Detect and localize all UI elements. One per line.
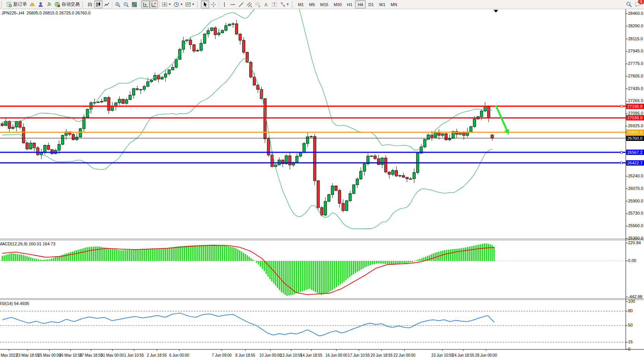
signals-button[interactable] (45, 0, 53, 8)
zoom-out-icon (123, 2, 129, 8)
svg-text:T: T (273, 3, 275, 7)
tf-button-m30[interactable]: M30 (331, 0, 344, 8)
new-order-button[interactable]: 新订单 (5, 0, 28, 8)
tf-button-h4[interactable]: H4 (355, 0, 366, 8)
chart-canvas[interactable] (0, 0, 644, 357)
crosshair-icon (210, 2, 216, 8)
zoom-in-icon (115, 2, 121, 8)
tf-button-m5[interactable]: M5 (306, 0, 317, 8)
candle-chart-type-button[interactable] (94, 0, 103, 8)
chart-shift-icon (151, 2, 157, 8)
bars-chart-icon (87, 2, 93, 8)
gold-icon (29, 2, 35, 8)
market-watch-button[interactable] (28, 0, 36, 8)
search-icon (626, 1, 632, 8)
toolbar-right: 1 (625, 0, 644, 8)
tf-button-d1[interactable]: D1 (366, 0, 376, 8)
arrows-icon (280, 2, 286, 8)
equidistant-channel-icon: E (246, 2, 253, 8)
svg-text:F: F (259, 5, 260, 8)
toolbar-separator (140, 1, 140, 8)
bollinger-bands (2, 0, 492, 229)
trendline-icon (238, 2, 244, 8)
crosshair-button[interactable] (209, 0, 218, 8)
fibonacci-button[interactable]: F (254, 0, 262, 8)
horizontal-line-icon (230, 2, 236, 8)
arrows-button[interactable]: ▼ (279, 0, 290, 8)
zoom-in-button[interactable] (114, 0, 122, 8)
indicators-button[interactable]: ▼ (161, 0, 172, 8)
person-icon (38, 2, 44, 8)
notifications-button[interactable]: 1 (633, 0, 642, 8)
trendline-button[interactable] (237, 0, 245, 8)
accounts-button[interactable] (36, 0, 45, 8)
toolbar-grip[interactable] (82, 2, 84, 8)
chart-frame (0, 9, 644, 351)
text-label-button[interactable]: T (270, 0, 279, 8)
tf-button-mn[interactable]: MN (388, 0, 400, 8)
bar-chart-type-button[interactable] (86, 0, 94, 8)
tile-windows-button[interactable] (130, 0, 139, 8)
toolbar-grip[interactable] (292, 2, 294, 8)
toolbar-grip[interactable] (197, 2, 199, 8)
line-chart-type-button[interactable] (103, 0, 111, 8)
auto-trading-button[interactable]: 自动交易 (53, 0, 81, 8)
zoom-out-button[interactable] (122, 0, 130, 8)
notification-badge: 1 (638, 0, 644, 4)
toolbar-separator (219, 1, 219, 8)
tf-button-m1[interactable]: M1 (295, 0, 306, 8)
macd-pane (0, 243, 626, 296)
new-order-label: 新订单 (13, 1, 27, 8)
toolbar-grip[interactable] (1, 2, 3, 8)
tile-windows-icon (131, 2, 137, 8)
chart-shift-button[interactable] (150, 0, 158, 8)
timeframe-bar: M1M5M15M30H1H4D1W1MN (295, 0, 400, 8)
horizontal-line-button[interactable] (229, 0, 237, 8)
cursor-icon (202, 2, 208, 8)
annotations (494, 10, 509, 135)
text-button[interactable]: A (262, 0, 270, 8)
candles-chart-icon (95, 2, 101, 8)
toolbar: 新订单 自动交易 (0, 0, 644, 9)
toolbar-separator (112, 1, 112, 8)
text-icon: A (263, 2, 269, 8)
search-button[interactable] (625, 0, 633, 8)
periods-button[interactable]: ▼ (172, 0, 184, 8)
cursor-button[interactable] (201, 0, 209, 8)
svg-text:E: E (251, 5, 252, 8)
svg-text:A: A (264, 2, 267, 7)
template-icon (185, 2, 191, 8)
chevron-down-icon: ▼ (180, 3, 183, 6)
vertical-line-icon (221, 2, 227, 8)
templates-button[interactable]: ▼ (184, 0, 196, 8)
line-chart-icon (104, 2, 110, 8)
level-lines (0, 105, 626, 164)
tf-button-w1[interactable]: W1 (376, 0, 388, 8)
new-order-icon (6, 2, 12, 8)
rsi-pane (0, 311, 626, 342)
chevron-down-icon: ▼ (286, 3, 289, 6)
mt4-window: 新订单 自动交易 (0, 0, 644, 357)
tf-button-h1[interactable]: H1 (344, 0, 355, 8)
auto-scroll-button[interactable] (141, 0, 150, 8)
tf-button-m15[interactable]: M15 (317, 0, 331, 8)
text-label-icon: T (271, 2, 278, 8)
auto-trading-icon (54, 2, 60, 8)
indicators-icon (162, 2, 168, 8)
signal-icon (46, 2, 52, 8)
toolbar-separator (159, 1, 159, 8)
auto-trading-label: 自动交易 (62, 1, 80, 8)
clock-icon (174, 2, 180, 8)
chevron-down-icon: ▼ (168, 3, 171, 6)
auto-scroll-icon (142, 2, 148, 8)
fibonacci-icon: F (255, 2, 261, 8)
vertical-line-button[interactable] (220, 0, 229, 8)
chevron-down-icon: ▼ (192, 3, 195, 6)
equidistant-channel-button[interactable]: E (245, 0, 254, 8)
